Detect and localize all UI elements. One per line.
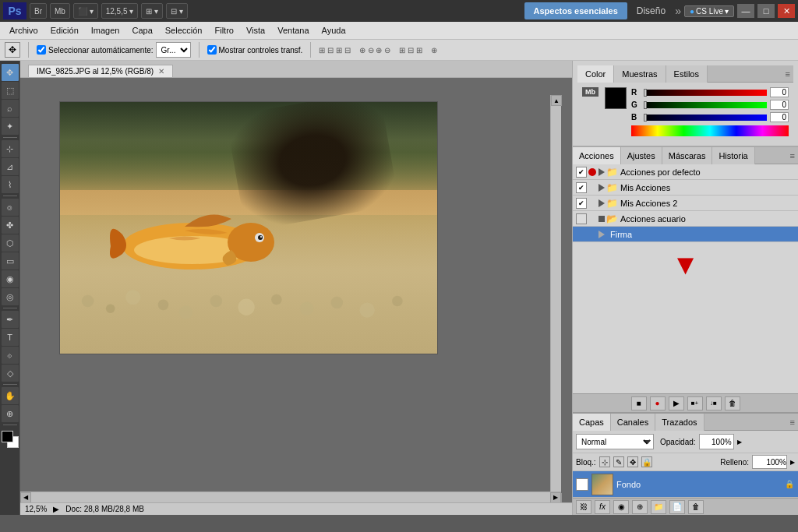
menu-capa[interactable]: Capa [125, 24, 158, 37]
clone-tool[interactable]: ✤ [2, 217, 19, 234]
r-slider-thumb[interactable] [644, 89, 647, 97]
pen-tool[interactable]: ✒ [2, 311, 19, 328]
action-mis-acciones[interactable]: ✔ 📁 Mis Acciones [573, 180, 798, 196]
lock-edit-btn[interactable]: ✎ [613, 456, 624, 467]
brush-tool[interactable]: ⌾ [2, 199, 19, 216]
delete-action-button[interactable]: 🗑 [725, 396, 740, 410]
canvas-content[interactable]: ▲ ▼ ◀ ▶ [20, 78, 572, 515]
color-swatch-fg[interactable] [605, 87, 627, 109]
g-slider-track[interactable] [644, 102, 767, 108]
dodge-tool[interactable]: ◎ [2, 288, 19, 305]
show-controls-checkbox[interactable] [207, 45, 217, 55]
triangle-2[interactable] [598, 184, 605, 192]
blend-mode-select[interactable]: Normal [576, 434, 654, 449]
menu-imagen[interactable]: Imagen [85, 24, 126, 37]
mask-btn[interactable]: ◉ [613, 500, 629, 514]
lock-all-btn[interactable]: 🔒 [641, 456, 652, 467]
r-slider-track[interactable] [644, 90, 767, 96]
g-value[interactable]: 0 [770, 100, 789, 110]
essentials-button[interactable]: Aspectos esenciales [524, 2, 627, 19]
scroll-up[interactable]: ▲ [551, 95, 562, 106]
fill-arrow[interactable]: ▶ [790, 459, 795, 466]
eraser-tool[interactable]: ⬡ [2, 234, 19, 252]
lasso-tool[interactable]: ⌕ [2, 100, 19, 117]
gradient-tool[interactable]: ▭ [2, 252, 19, 270]
triangle-4[interactable] [598, 216, 605, 222]
tab-mascaras[interactable]: Máscaras [662, 147, 713, 164]
group-btn[interactable]: 📁 [651, 500, 666, 514]
layout-button[interactable]: ⊞ ▾ [141, 3, 163, 19]
cs-live-button[interactable]: ● CS Live ▾ [684, 5, 734, 17]
close-button[interactable]: ✕ [778, 4, 795, 18]
menu-filtro[interactable]: Filtro [208, 24, 239, 37]
triangle-5[interactable] [598, 231, 605, 238]
screen-mode-button[interactable]: ⬛ ▾ [73, 3, 98, 19]
design-button[interactable]: Diseño [630, 4, 672, 18]
record-button[interactable]: ● [650, 396, 666, 410]
b-slider-track[interactable] [644, 115, 767, 121]
document-tab[interactable]: IMG_9825.JPG al 12,5% (RGB/8) ✕ [28, 65, 173, 77]
r-value[interactable]: 0 [770, 87, 789, 97]
check-acciones-acuario[interactable] [576, 213, 587, 224]
hand-tool[interactable]: ✋ [2, 387, 19, 404]
minibr-button[interactable]: Mb [50, 3, 70, 19]
lock-move-btn[interactable]: ⊹ [599, 456, 610, 467]
tab-canales[interactable]: Canales [611, 414, 655, 431]
new-layer-btn[interactable]: 📄 [669, 500, 685, 514]
check-mis-acciones-2[interactable]: ✔ [576, 198, 587, 209]
opacity-input[interactable] [699, 434, 734, 449]
eyedropper-tool[interactable]: ⊿ [2, 158, 19, 175]
stop-button[interactable]: ■ [631, 396, 647, 410]
foreground-color[interactable] [2, 431, 13, 442]
vertical-scrollbar[interactable]: ▲ ▼ [550, 95, 561, 504]
menu-ventana[interactable]: Ventana [271, 24, 315, 37]
menu-ayuda[interactable]: Ayuda [316, 24, 352, 37]
adjustment-btn[interactable]: ⊕ [632, 500, 648, 514]
delete-layer-btn[interactable]: 🗑 [688, 500, 704, 514]
new-action-button[interactable]: ■+ [687, 396, 703, 410]
crop-tool[interactable]: ⊹ [2, 140, 19, 157]
maximize-button[interactable]: □ [757, 4, 775, 18]
link-layers-btn[interactable]: ⛓ [576, 500, 591, 514]
triangle-1[interactable] [598, 168, 605, 176]
action-acciones-defecto[interactable]: ✔ 📁 Acciones por defecto [573, 164, 798, 180]
check-acciones-defecto[interactable]: ✔ [576, 167, 587, 178]
bridge-button[interactable]: Br [30, 3, 47, 19]
layer-eye-fondo[interactable]: 👁 [576, 478, 588, 491]
blur-tool[interactable]: ◉ [2, 270, 19, 287]
extras-button[interactable]: ⊟ ▾ [166, 3, 188, 19]
b-slider-thumb[interactable] [644, 114, 647, 122]
action-acciones-acuario[interactable]: 📂 Acciones acuario [573, 211, 798, 227]
action-firma[interactable]: Firma [573, 227, 798, 242]
action-options-button[interactable]: ↓■ [706, 396, 722, 410]
ruler-tool[interactable]: ⌇ [2, 176, 19, 193]
tab-historia[interactable]: Historia [712, 147, 754, 164]
marquee-tool[interactable]: ⬚ [2, 82, 19, 99]
scroll-right[interactable]: ▶ [550, 492, 561, 503]
actions-panel-options[interactable]: ≡ [790, 151, 798, 160]
fx-btn[interactable]: fx [595, 500, 610, 514]
tab-estilos[interactable]: Estilos [666, 65, 708, 83]
menu-seleccion[interactable]: Selección [159, 24, 209, 37]
check-mis-acciones[interactable]: ✔ [576, 182, 587, 193]
layers-panel-options[interactable]: ≡ [790, 417, 798, 427]
auto-select-checkbox[interactable] [37, 45, 46, 55]
move-tool[interactable]: ✥ [2, 64, 19, 81]
triangle-3[interactable] [598, 199, 605, 207]
zoom-display[interactable]: 12,5,5 ▾ [101, 3, 139, 19]
tab-acciones[interactable]: Acciones [573, 147, 621, 164]
minimize-button[interactable]: — [737, 4, 754, 18]
menu-vista[interactable]: Vista [240, 24, 271, 37]
tab-trazados[interactable]: Trazados [655, 414, 704, 431]
scroll-left[interactable]: ◀ [20, 492, 31, 503]
opacity-arrow[interactable]: ▶ [737, 439, 742, 446]
play-button[interactable]: ▶ [669, 396, 684, 410]
tab-close[interactable]: ✕ [158, 67, 164, 76]
auto-select-dropdown[interactable]: Gr... [156, 42, 191, 58]
shape-tool[interactable]: ◇ [2, 365, 19, 382]
tab-ajustes[interactable]: Ajustes [621, 147, 662, 164]
menu-edicion[interactable]: Edición [44, 24, 85, 37]
color-spectrum[interactable] [631, 125, 789, 136]
horizontal-scrollbar[interactable]: ◀ ▶ [20, 491, 561, 502]
tab-muestras[interactable]: Muestras [614, 65, 666, 83]
